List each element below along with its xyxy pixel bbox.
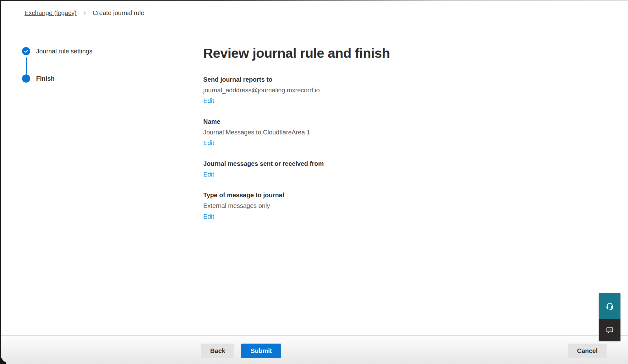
review-section-send-journal-reports-to: Send journal reports to journal_adddress… — [203, 74, 615, 106]
page-title: Review journal rule and finish — [203, 41, 615, 65]
review-section-journal-messages-sent-or-received-from: Journal messages sent or received from E… — [203, 158, 615, 180]
back-button[interactable]: Back — [201, 344, 234, 358]
edit-link-journal-messages-sent-or-received-from[interactable]: Edit — [203, 169, 214, 180]
edit-link-type-of-message-to-journal[interactable]: Edit — [203, 211, 214, 222]
section-value: journal_adddress@journaling.mxrecord.io — [203, 85, 615, 95]
step-connector-line — [26, 57, 27, 75]
review-section-type-of-message-to-journal: Type of message to journal External mess… — [203, 190, 615, 222]
help-button[interactable] — [599, 293, 620, 319]
step-journal-rule-settings-completed[interactable] — [22, 47, 30, 55]
window-left-edge — [0, 0, 1, 364]
submit-button[interactable]: Submit — [241, 344, 281, 358]
window-bottom-left-corner — [0, 358, 6, 364]
breadcrumb-current-create-journal-rule: Create journal rule — [93, 9, 145, 17]
chat-icon — [605, 325, 614, 335]
section-label: Send journal reports to — [203, 74, 615, 85]
step-finish-current[interactable] — [22, 74, 30, 83]
section-value: External messages only — [203, 200, 615, 211]
section-label: Type of message to journal — [203, 190, 615, 200]
breadcrumb-chevron-icon — [82, 11, 87, 15]
floating-button-stack — [599, 293, 620, 341]
exchange-admin-window: Exchange (legacy) Create journal rule Jo… — [0, 0, 628, 364]
section-value: Journal Messages to CloudflareArea 1 — [203, 127, 615, 138]
headset-icon — [605, 301, 615, 311]
body: Journal rule settings Finish Review jour… — [0, 26, 628, 335]
feedback-button[interactable] — [599, 319, 620, 341]
step-label-finish[interactable]: Finish — [36, 74, 55, 83]
edit-link-send-journal-reports-to[interactable]: Edit — [203, 95, 214, 106]
breadcrumb-link-exchange-legacy[interactable]: Exchange (legacy) — [25, 9, 77, 17]
section-label: Name — [203, 116, 615, 127]
header: Exchange (legacy) Create journal rule — [0, 0, 628, 26]
wizard-stepper-sidebar: Journal rule settings Finish — [0, 26, 181, 335]
section-label: Journal messages sent or received from — [203, 158, 615, 169]
review-section-name: Name Journal Messages to CloudflareArea … — [203, 116, 615, 148]
step-label-journal-rule-settings[interactable]: Journal rule settings — [36, 47, 92, 55]
main-panel: Review journal rule and finish Send jour… — [181, 26, 628, 335]
window-top-edge — [0, 0, 628, 1]
footer-action-bar: Back Submit Cancel — [0, 335, 628, 364]
cancel-button[interactable]: Cancel — [568, 344, 607, 358]
edit-link-name[interactable]: Edit — [203, 138, 214, 148]
breadcrumb: Exchange (legacy) Create journal rule — [25, 9, 144, 17]
check-icon — [23, 48, 29, 54]
